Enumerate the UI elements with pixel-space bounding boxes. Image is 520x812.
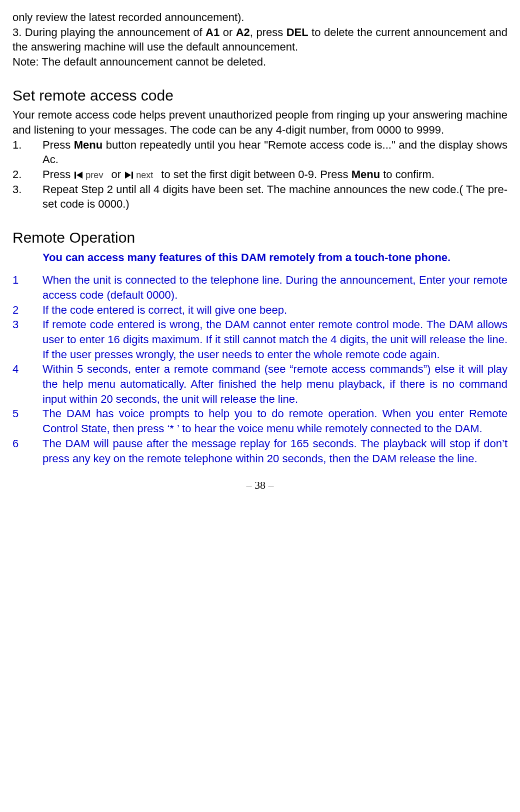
intro-note: Note: The default announcement cannot be… xyxy=(12,55,508,70)
list-content: Within 5 seconds, enter a remote command… xyxy=(42,362,508,406)
list-content: If remote code entered is wrong, the DAM… xyxy=(42,317,508,362)
list-number: 1. xyxy=(12,138,42,167)
section2-lead: You can access many features of this DAM… xyxy=(42,250,508,265)
prev-label: prev xyxy=(84,169,107,181)
label-del: DEL xyxy=(286,26,308,39)
list-content: The DAM will pause after the message rep… xyxy=(42,436,508,466)
list-item: 3 If remote code entered is wrong, the D… xyxy=(12,317,508,362)
svg-marker-2 xyxy=(125,172,131,179)
intro-line1: only review the latest recorded announce… xyxy=(12,10,508,25)
text: to set the first digit between 0-9. Pres… xyxy=(158,168,351,181)
list-item: 6 The DAM will pause after the message r… xyxy=(12,436,508,466)
list-content: The DAM has voice prompts to help you to… xyxy=(42,406,508,436)
label-menu: Menu xyxy=(352,168,380,181)
section1-list: 1. Press Menu button repeatedly until yo… xyxy=(12,138,508,212)
list-number: 5 xyxy=(12,406,42,436)
text: Press xyxy=(42,139,74,151)
text: button repeatedly until you hear "Remote… xyxy=(42,139,508,166)
list-number: 3. xyxy=(12,182,42,212)
svg-rect-3 xyxy=(132,172,133,179)
heading-set-remote-access-code: Set remote access code xyxy=(12,86,508,106)
list-item: 2. Press prev or next to set the first d… xyxy=(12,167,508,182)
list-number: 2 xyxy=(12,303,42,318)
next-label: next xyxy=(134,169,157,181)
heading-remote-operation: Remote Operation xyxy=(12,228,508,248)
list-number: 1 xyxy=(12,273,42,302)
section2-list: 1 When the unit is connected to the tele… xyxy=(12,273,508,466)
list-item: 5 The DAM has voice prompts to help you … xyxy=(12,406,508,436)
text: to confirm. xyxy=(380,168,434,181)
list-number: 2. xyxy=(12,167,42,182)
label-a1: A1 xyxy=(206,26,220,39)
list-content: Press prev or next to set the first digi… xyxy=(42,167,508,182)
list-content: If the code entered is correct, it will … xyxy=(42,303,508,318)
list-item: 1. Press Menu button repeatedly until yo… xyxy=(12,138,508,167)
svg-rect-0 xyxy=(74,172,76,179)
list-number: 6 xyxy=(12,436,42,466)
label-menu: Menu xyxy=(74,139,102,151)
list-item: 4 Within 5 seconds, enter a remote comma… xyxy=(12,362,508,406)
page-number: – 38 – xyxy=(12,478,508,493)
list-item: 3. Repeat Step 2 until all 4 digits have… xyxy=(12,182,508,212)
list-number: 4 xyxy=(12,362,42,406)
list-number: 3 xyxy=(12,317,42,362)
list-item: 1 When the unit is connected to the tele… xyxy=(12,273,508,302)
skip-prev-icon xyxy=(74,170,84,180)
list-content: Press Menu button repeatedly until you h… xyxy=(42,138,508,167)
text: , press xyxy=(250,26,286,39)
text: 3. During playing the announcement of xyxy=(12,26,206,39)
intro-line2: 3. During playing the announcement of A1… xyxy=(12,25,508,55)
list-content: Repeat Step 2 until all 4 digits have be… xyxy=(42,182,508,212)
list-item: 2 If the code entered is correct, it wil… xyxy=(12,303,508,318)
text: or xyxy=(220,26,236,39)
skip-next-icon xyxy=(124,170,134,180)
section1-intro: Your remote access code helps prevent un… xyxy=(12,108,508,137)
text: or xyxy=(108,168,124,181)
svg-marker-1 xyxy=(76,172,82,179)
text: Press xyxy=(42,168,74,181)
list-content: When the unit is connected to the teleph… xyxy=(42,273,508,302)
label-a2: A2 xyxy=(236,26,250,39)
